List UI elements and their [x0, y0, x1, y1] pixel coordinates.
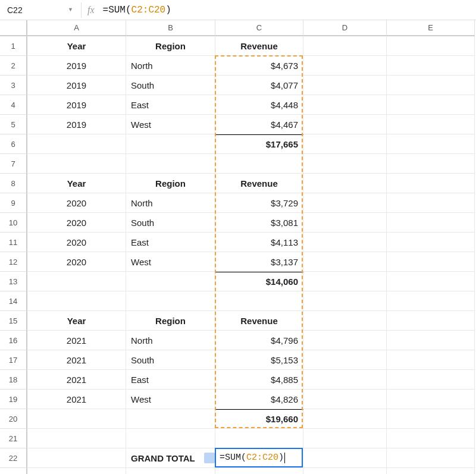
cell-B14[interactable] [126, 291, 215, 311]
row-header-8[interactable]: 8 [0, 174, 27, 193]
cell-C13[interactable]: $14,060 [215, 272, 303, 291]
select-all-corner[interactable] [0, 20, 27, 36]
cell-A12[interactable]: 2020 [27, 252, 126, 272]
row-header-10[interactable]: 10 [0, 213, 27, 233]
cell-B16[interactable]: North [126, 331, 215, 350]
cell-B12[interactable]: West [126, 252, 215, 272]
cell-D11[interactable] [303, 233, 387, 252]
column-header-A[interactable]: A [27, 20, 126, 36]
cell-A4[interactable]: 2019 [27, 95, 126, 115]
row-header-18[interactable]: 18 [0, 370, 27, 390]
cell-B3[interactable]: South [126, 76, 215, 95]
row-header-22[interactable]: 22 [0, 448, 27, 468]
cell-E21[interactable] [387, 429, 475, 448]
cell-B5[interactable]: West [126, 115, 215, 134]
cell-A1[interactable]: Year [27, 36, 126, 56]
cell-A17[interactable]: 2021 [27, 350, 126, 370]
formula-input[interactable]: =SUM(C2:C20) [103, 5, 472, 15]
cell-B15[interactable]: Region [126, 311, 215, 331]
cell-C21[interactable] [215, 429, 303, 448]
cell-A10[interactable]: 2020 [27, 213, 126, 233]
cell-E6[interactable] [387, 134, 475, 154]
cell-E17[interactable] [387, 350, 475, 370]
row-header-11[interactable]: 11 [0, 233, 27, 252]
row-header-17[interactable]: 17 [0, 350, 27, 370]
cell-E5[interactable] [387, 115, 475, 134]
cell-D13[interactable] [303, 272, 387, 291]
cell-D22[interactable] [303, 448, 387, 468]
cell-D21[interactable] [303, 429, 387, 448]
cell-D18[interactable] [303, 370, 387, 390]
cell-C4[interactable]: $4,448 [215, 95, 303, 115]
cell-B23[interactable] [126, 468, 215, 474]
cell-E10[interactable] [387, 213, 475, 233]
row-header-7[interactable]: 7 [0, 154, 27, 174]
cell-D7[interactable] [303, 154, 387, 174]
column-header-D[interactable]: D [303, 20, 387, 36]
row-header-1[interactable]: 1 [0, 36, 27, 56]
cell-C18[interactable]: $4,885 [215, 370, 303, 390]
cell-A3[interactable]: 2019 [27, 76, 126, 95]
cell-D2[interactable] [303, 56, 387, 76]
cell-D12[interactable] [303, 252, 387, 272]
column-header-E[interactable]: E [387, 20, 475, 36]
cell-D6[interactable] [303, 134, 387, 154]
cell-C12[interactable]: $3,137 [215, 252, 303, 272]
cell-C20[interactable]: $19,660 [215, 409, 303, 429]
cell-D9[interactable] [303, 193, 387, 213]
cell-A21[interactable] [27, 429, 126, 448]
cell-E16[interactable] [387, 331, 475, 350]
row-header-2[interactable]: 2 [0, 56, 27, 76]
row-header-12[interactable]: 12 [0, 252, 27, 272]
row-header-21[interactable]: 21 [0, 429, 27, 448]
cell-C5[interactable]: $4,467 [215, 115, 303, 134]
cell-A20[interactable] [27, 409, 126, 429]
row-header-14[interactable]: 14 [0, 291, 27, 311]
cell-B7[interactable] [126, 154, 215, 174]
cell-B18[interactable]: East [126, 370, 215, 390]
cell-B19[interactable]: West [126, 390, 215, 409]
cell-B22[interactable]: GRAND TOTAL [126, 448, 215, 468]
cell-E13[interactable] [387, 272, 475, 291]
cell-A22[interactable] [27, 448, 126, 468]
cell-E9[interactable] [387, 193, 475, 213]
cell-E14[interactable] [387, 291, 475, 311]
spreadsheet-grid[interactable]: A B C D E 1YearRegionRevenue22019North$4… [0, 20, 476, 474]
row-header-16[interactable]: 16 [0, 331, 27, 350]
cell-B1[interactable]: Region [126, 36, 215, 56]
cell-E7[interactable] [387, 154, 475, 174]
cell-A14[interactable] [27, 291, 126, 311]
cell-D17[interactable] [303, 350, 387, 370]
cell-E4[interactable] [387, 95, 475, 115]
row-header-15[interactable]: 15 [0, 311, 27, 331]
cell-E15[interactable] [387, 311, 475, 331]
cell-A6[interactable] [27, 134, 126, 154]
cell-A8[interactable]: Year [27, 174, 126, 193]
cell-C16[interactable]: $4,796 [215, 331, 303, 350]
cell-C7[interactable] [215, 154, 303, 174]
cell-C17[interactable]: $5,153 [215, 350, 303, 370]
cell-C3[interactable]: $4,077 [215, 76, 303, 95]
cell-C2[interactable]: $4,673 [215, 56, 303, 76]
cell-D14[interactable] [303, 291, 387, 311]
cell-B6[interactable] [126, 134, 215, 154]
cell-C11[interactable]: $4,113 [215, 233, 303, 252]
cell-D8[interactable] [303, 174, 387, 193]
row-header-13[interactable]: 13 [0, 272, 27, 291]
cell-C19[interactable]: $4,826 [215, 390, 303, 409]
cell-B10[interactable]: South [126, 213, 215, 233]
cell-B11[interactable]: East [126, 233, 215, 252]
column-header-B[interactable]: B [126, 20, 215, 36]
cell-E3[interactable] [387, 76, 475, 95]
cell-C10[interactable]: $3,081 [215, 213, 303, 233]
cell-C9[interactable]: $3,729 [215, 193, 303, 213]
cell-A13[interactable] [27, 272, 126, 291]
cell-A5[interactable]: 2019 [27, 115, 126, 134]
row-header-19[interactable]: 19 [0, 390, 27, 409]
row-header-3[interactable]: 3 [0, 76, 27, 95]
cell-D20[interactable] [303, 409, 387, 429]
column-header-C[interactable]: C [215, 20, 303, 36]
cell-A23[interactable] [27, 468, 126, 474]
cell-E11[interactable] [387, 233, 475, 252]
cell-B13[interactable] [126, 272, 215, 291]
